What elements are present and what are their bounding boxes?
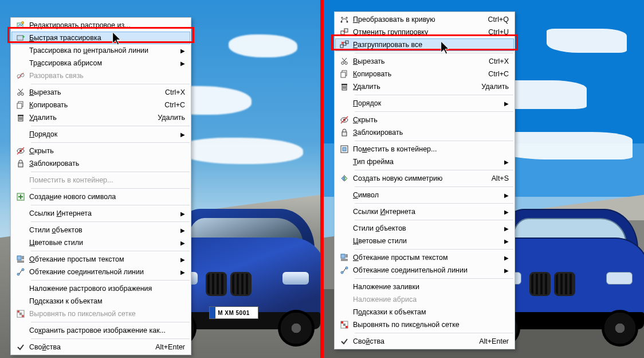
submenu-arrow-icon: ▶ xyxy=(504,225,509,232)
menu-separator xyxy=(355,278,513,279)
menu-item[interactable]: Символ▶ xyxy=(336,189,513,201)
menu-item[interactable]: СвойстваAlt+Enter xyxy=(336,335,513,348)
menu-item-label: Отменить группировку xyxy=(353,28,484,36)
cloud xyxy=(547,29,627,53)
right-context-menu[interactable]: Преобразовать в кривуюCtrl+QОтменить гру… xyxy=(334,11,515,349)
submenu-arrow-icon: ▶ xyxy=(504,159,509,165)
menu-item[interactable]: Заблокировать xyxy=(12,157,190,170)
menu-item-label: Обтекание соединительной линии xyxy=(353,266,500,274)
menu-item[interactable]: Поместить в контейнер... xyxy=(336,143,513,155)
menu-item-label: Удалить xyxy=(29,114,153,122)
menu-item: Наложение абриса xyxy=(336,293,513,306)
menu-item[interactable]: Редактировать растровое из... xyxy=(12,19,190,32)
check-icon xyxy=(12,343,29,352)
delete-icon xyxy=(12,113,29,122)
menu-item[interactable]: Обтекание соединительной линии▶ xyxy=(336,264,513,277)
menu-item[interactable]: Обтекание простым текстом▶ xyxy=(12,253,190,266)
menu-item-label: Редактировать растровое из... xyxy=(29,21,185,29)
left-panel: M XM 5001 Редактировать растровое из...Б… xyxy=(0,0,320,358)
menu-item[interactable]: Разгруппировать все xyxy=(335,38,514,51)
menu-item[interactable]: Подсказки к объектам xyxy=(336,306,513,318)
to-curve-icon xyxy=(336,15,353,24)
menu-item[interactable]: Цветовые стили▶ xyxy=(336,235,513,247)
connector-wrap-icon xyxy=(12,267,29,277)
ungroup-icon xyxy=(336,28,353,37)
menu-item[interactable]: УдалитьУдалить xyxy=(12,111,190,124)
menu-item[interactable]: Тип фрейма▶ xyxy=(336,155,513,168)
menu-item-label: Выровнять по пиксельной сетке xyxy=(353,321,509,329)
submenu-arrow-icon: ▶ xyxy=(180,60,185,67)
menu-separator xyxy=(355,333,513,333)
submenu-arrow-icon: ▶ xyxy=(180,240,185,246)
ungroup-all-icon xyxy=(336,40,353,49)
menu-item-label: Удалить xyxy=(353,83,477,91)
menu-item[interactable]: Стили объектов▶ xyxy=(12,224,190,236)
hide-icon xyxy=(12,146,29,155)
submenu-arrow-icon: ▶ xyxy=(180,131,185,138)
menu-item: Выровнять по пиксельной сетке xyxy=(12,308,190,320)
menu-item[interactable]: Заблокировать xyxy=(336,126,513,139)
menu-item-label: Порядок xyxy=(29,130,176,138)
menu-item-label: Вырезать xyxy=(353,57,484,65)
menu-item[interactable]: Создание нового символа xyxy=(12,190,190,203)
menu-item-label: Заблокировать xyxy=(29,159,185,168)
menu-item[interactable]: ВырезатьCtrl+X xyxy=(12,86,190,99)
menu-item[interactable]: ВырезатьCtrl+X xyxy=(336,55,513,68)
menu-item[interactable]: Создать новую симметриюAlt+S xyxy=(336,172,513,185)
menu-item-label: Символ xyxy=(353,191,500,199)
menu-separator xyxy=(355,95,513,95)
menu-item[interactable]: Преобразовать в кривуюCtrl+Q xyxy=(336,13,513,26)
submenu-arrow-icon: ▶ xyxy=(504,100,509,107)
menu-item-label: Скрыть xyxy=(29,147,185,155)
menu-item[interactable]: Отменить группировкуCtrl+U xyxy=(336,26,513,38)
menu-separator xyxy=(31,188,190,189)
menu-item: Разорвать связь xyxy=(12,69,190,82)
submenu-arrow-icon: ▶ xyxy=(504,267,509,274)
menu-item[interactable]: КопироватьCtrl+C xyxy=(336,68,513,80)
menu-item-label: Свойства xyxy=(29,343,151,351)
right-panel: M XM 5001 Преобразовать в кривуюCtrl+QОт… xyxy=(324,0,644,358)
menu-item: Поместить в контейнер... xyxy=(12,174,190,186)
menu-item-label: Порядок xyxy=(353,99,500,107)
menu-item[interactable]: Подсказки к объектам xyxy=(12,295,190,308)
menu-item[interactable]: Обтекание простым текстом▶ xyxy=(336,251,513,264)
menu-item[interactable]: Порядок▶ xyxy=(336,97,513,110)
menu-item[interactable]: Скрыть xyxy=(336,114,513,126)
menu-item-shortcut: Ctrl+Q xyxy=(488,15,509,24)
menu-item[interactable]: Трассировка абрисом▶ xyxy=(12,57,190,69)
menu-item-label: Выровнять по пиксельной сетке xyxy=(29,310,185,318)
menu-item[interactable]: Стили объектов▶ xyxy=(336,222,513,235)
menu-item-shortcut: Ctrl+X xyxy=(165,88,185,96)
left-context-menu[interactable]: Редактировать растровое из...Быстрая тра… xyxy=(10,17,191,355)
menu-separator xyxy=(31,251,190,251)
menu-item[interactable]: УдалитьУдалить xyxy=(336,80,513,93)
quick-trace-icon xyxy=(12,33,29,42)
menu-item-label: Копировать xyxy=(29,101,160,109)
menu-item-label: Быстрая трассировка xyxy=(29,34,185,42)
menu-item[interactable]: Скрыть xyxy=(12,145,190,157)
menu-item[interactable]: Наложение заливки xyxy=(336,281,513,293)
menu-item-shortcut: Ctrl+X xyxy=(489,57,509,65)
cloud xyxy=(177,138,303,164)
menu-item[interactable]: КопироватьCtrl+C xyxy=(12,99,190,111)
menu-item[interactable]: Быстрая трассировка xyxy=(11,32,190,44)
menu-item[interactable]: Выровнять по пиксельной сетке xyxy=(336,318,513,331)
menu-item[interactable]: Наложение растрового изображения xyxy=(12,282,190,295)
menu-item-label: Наложение растрового изображения xyxy=(29,285,185,293)
menu-item[interactable]: Ссылки Интернета▶ xyxy=(12,207,190,220)
menu-item[interactable]: Трассировка по центральной линии▶ xyxy=(12,44,190,57)
menu-item-label: Поместить в контейнер... xyxy=(353,145,509,153)
menu-item-label: Цветовые стили xyxy=(29,239,176,247)
menu-item[interactable]: Порядок▶ xyxy=(12,128,190,141)
check-icon xyxy=(336,337,353,346)
menu-item[interactable]: СвойстваAlt+Enter xyxy=(12,341,190,353)
menu-item-shortcut: Ctrl+C xyxy=(488,70,509,78)
connector-wrap-icon xyxy=(336,266,353,275)
menu-item[interactable]: Ссылки Интернета▶ xyxy=(336,205,513,218)
menu-item[interactable]: Цветовые стили▶ xyxy=(12,236,190,249)
menu-item[interactable]: Сохранить растровое изображение как... xyxy=(12,324,190,337)
pixel-align-icon xyxy=(336,320,353,329)
menu-item[interactable]: Обтекание соединительной линии▶ xyxy=(12,266,190,278)
submenu-arrow-icon: ▶ xyxy=(504,209,509,215)
menu-item-shortcut: Alt+Enter xyxy=(155,343,185,351)
